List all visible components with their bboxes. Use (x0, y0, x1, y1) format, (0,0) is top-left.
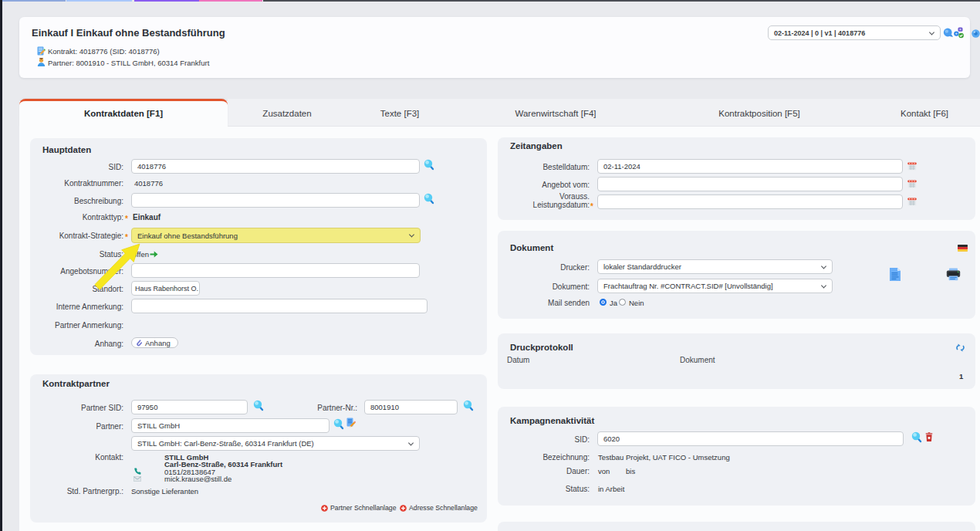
calendar-icon[interactable] (907, 162, 917, 171)
printer-icon[interactable] (946, 268, 961, 281)
standort-label: Standort: (92, 284, 123, 293)
leistungsdatum-input[interactable] (597, 194, 903, 209)
partner-input[interactable]: STILL GmbH (131, 418, 329, 433)
partner-sid-input-value: 97950 (137, 403, 157, 411)
page-number[interactable]: 1 (959, 372, 963, 380)
leistungsdatum-label-line1: Vorauss. (559, 192, 590, 201)
section-zeitangaben-title: Zeitangaben (510, 141, 563, 151)
browser-strip-segment (199, 0, 262, 2)
dauer-bis: bis (626, 467, 635, 475)
section-kontraktpartner-title: Kontraktpartner (42, 379, 110, 388)
bezeichnung-value: Testbau Projekt, UAT FICO - Umsetzung (598, 452, 730, 461)
edit-partner-icon[interactable] (346, 418, 356, 428)
mail-icon (133, 476, 141, 482)
version-select[interactable]: 02-11-2024 | 0 | v1 | 4018776 (768, 25, 941, 40)
beschreibung-input[interactable] (131, 193, 420, 208)
partner-label: Partner: (96, 421, 123, 430)
bezeichnung-label: Bezeichnung: (542, 452, 590, 461)
angebotsnummer-label: Angebotsnummer: (60, 266, 123, 275)
status-value: offen (133, 250, 149, 259)
section-kampagne-title: Kampagnenaktivität (510, 416, 594, 425)
add-icon[interactable] (321, 505, 328, 512)
help-icon[interactable] (972, 29, 980, 38)
mail-nein-label[interactable]: Nein (629, 298, 644, 306)
dokument-select[interactable]: Frachtauftrag Nr. #CONTRACT.SID# [Unvoll… (597, 279, 833, 293)
bestelldatum-label: Bestelldatum: (542, 162, 590, 171)
partner-anmerkung-label: Partner Anmerkung: (55, 321, 123, 330)
tab-warenwirtschaft[interactable]: Warenwirtschaft [F4] (515, 109, 596, 118)
sid-label: SID: (109, 162, 123, 171)
mail-ja-label[interactable]: Ja (610, 298, 617, 306)
kontrakttyp-label: Kontrakttyp: (83, 213, 123, 222)
mail-nein-radio[interactable] (619, 299, 626, 306)
mail-ja-radio[interactable] (600, 299, 607, 306)
strategie-label: Kontrakt-Strategie: (59, 232, 123, 240)
partner-sid-label: Partner SID: (81, 403, 123, 411)
chevron-down-icon (409, 232, 414, 237)
add-icon[interactable] (400, 505, 407, 512)
leistungsdatum-label-line2: Leistungsdatum: (533, 200, 590, 208)
contract-icon (37, 46, 46, 56)
beschreibung-label: Beschreibung: (74, 196, 123, 205)
drucker-label: Drucker: (560, 262, 590, 271)
partner-adresse-select[interactable]: STILL GmbH: Carl-Benz-Straße, 60314 Fran… (131, 436, 420, 451)
kontrakttyp-required-star: * (125, 215, 128, 223)
angebot-vom-label: Angebot vom: (542, 180, 590, 188)
tab-zusatzdaten[interactable]: Zusatzdaten (262, 109, 311, 118)
partner-sid-input[interactable]: 97950 (131, 400, 248, 414)
tab-strip (228, 99, 980, 127)
partner-input-value: STILL GmbH (137, 421, 180, 430)
kampagne-sid-input[interactable]: 6020 (597, 431, 904, 446)
search-icon[interactable] (333, 418, 344, 430)
partner-nr-label: Partner-Nr.: (317, 403, 357, 411)
strategie-select[interactable]: Einkauf ohne Bestandsführung (131, 228, 421, 243)
kampagne-status-label: Status: (566, 485, 590, 493)
browser-strip-segment (134, 0, 199, 2)
kampagne-sid-input-value: 6020 (603, 435, 620, 443)
section-dokument-title: Dokument (510, 243, 553, 252)
document-preview-icon[interactable] (889, 267, 901, 282)
search-icon[interactable] (253, 400, 264, 411)
delete-icon[interactable] (925, 432, 933, 441)
partner-schnellanlage-link[interactable]: Partner Schnellanlage (330, 504, 396, 512)
kampagne-sid-label: SID: (575, 435, 590, 443)
dokument-label: Dokument: (553, 282, 590, 290)
tab-texte[interactable]: Texte [F3] (380, 109, 420, 118)
angebotsnummer-input[interactable] (131, 263, 420, 278)
search-icon[interactable] (463, 400, 474, 411)
section-druckprotokoll-title: Druckprotokoll (510, 343, 573, 352)
calendar-icon[interactable] (907, 180, 917, 188)
refresh-icon[interactable] (956, 343, 965, 352)
status-label: Status: (100, 250, 123, 259)
partnergruppe-label: Std. Partnergrp.: (67, 487, 123, 495)
partnergruppe-value: Sonstige Lieferanten (131, 487, 198, 495)
status-forward-icon[interactable] (150, 251, 158, 258)
kontakt-email: mick.krause@still.de (164, 475, 231, 483)
german-flag-icon[interactable] (958, 245, 968, 252)
section-druckprotokoll (498, 333, 975, 389)
bestelldatum-input[interactable]: 02-11-2024 (597, 159, 903, 174)
anhang-button[interactable]: Anhang (131, 337, 178, 348)
search-icon[interactable] (911, 431, 922, 443)
tab-kontraktdaten-label[interactable]: Kontraktdaten [F1] (84, 109, 163, 118)
calendar-icon[interactable] (907, 198, 917, 206)
interne-anmerkung-label: Interne Anmerkung: (56, 302, 123, 310)
bestelldatum-input-value: 02-11-2024 (603, 162, 640, 171)
drucker-select[interactable]: lokaler Standarddrucker (597, 259, 833, 274)
tab-kontakt[interactable]: Kontakt [F6] (901, 109, 948, 118)
partner-icon (37, 58, 46, 66)
standort-input-value: Haus Rabenhorst O. (135, 285, 198, 293)
angebot-vom-input[interactable] (597, 177, 903, 191)
sid-input[interactable]: 4018776 (131, 159, 420, 174)
search-icon[interactable] (424, 159, 434, 171)
tab-kontraktposition[interactable]: Kontraktposition [F5] (718, 109, 799, 118)
partner-nr-input[interactable]: 8001910 (364, 400, 458, 414)
adresse-schnellanlage-link[interactable]: Adresse Schnellanlage (409, 504, 478, 512)
workflow-gears-icon[interactable] (954, 27, 965, 39)
dauer-von: von (598, 467, 610, 475)
interne-anmerkung-input[interactable] (131, 299, 427, 313)
standort-input[interactable]: Haus Rabenhorst O. (131, 281, 200, 296)
search-icon[interactable] (424, 193, 434, 205)
history-icon[interactable] (943, 28, 953, 38)
status-required-star: * (125, 252, 128, 260)
